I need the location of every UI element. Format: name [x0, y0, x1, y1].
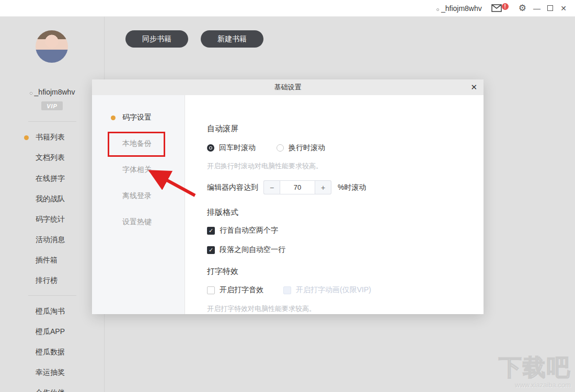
titlebar-user[interactable]: _hfiojm8whv [436, 4, 482, 13]
section-title-effects: 打字特效 [207, 267, 238, 276]
maximize-button[interactable] [547, 5, 553, 11]
threshold-suffix: %时滚动 [338, 183, 366, 192]
radio-scroll-on-enter[interactable] [207, 144, 214, 152]
dialog-header: 基础设置 ✕ [92, 79, 484, 95]
vip-badge: VIP [41, 101, 63, 110]
titlebar: _hfiojm8whv ! ⚙ — ✕ [0, 0, 575, 17]
sidebar-user: _hfiojm8whv [0, 88, 105, 96]
dialog-nav: 码字设置 本地备份 字体相关 离线登录 设置热键 [92, 95, 185, 314]
autoscroll-hint: 开启换行时滚动对电脑性能要求较高。 [207, 162, 323, 171]
sidebar-item-label: 书籍列表 [36, 133, 65, 142]
dialog-nav-hotkeys[interactable]: 设置热键 [111, 217, 152, 227]
format-check-blankline-row: ✓ 段落之间自动空一行 [207, 245, 285, 255]
mail-icon [491, 4, 502, 12]
checkbox-typing-animation[interactable] [283, 286, 291, 294]
sidebar-item-chenggua-app[interactable]: 橙瓜APP [24, 327, 65, 337]
dialog-nav-label: 设置热键 [122, 217, 152, 227]
active-dot-icon [24, 135, 29, 140]
threshold-label: 编辑器内容达到 [207, 183, 258, 192]
radio-scroll-on-newline[interactable] [277, 144, 284, 152]
sidebar-item-label: 排行榜 [36, 276, 58, 285]
section-title-autoscroll: 自动滚屏 [207, 124, 238, 134]
sidebar-username: _hfiojm8whv [34, 88, 75, 96]
sidebar-item-chenggua-data[interactable]: 橙瓜数据 [24, 347, 65, 358]
section-title-format: 排版格式 [207, 207, 238, 217]
sidebar-item-label: 我的战队 [36, 194, 65, 204]
dialog-body: 码字设置 本地备份 字体相关 离线登录 设置热键 自动滚屏 [92, 95, 484, 314]
sidebar-item-online-writing[interactable]: 在线拼字 [24, 174, 65, 184]
mail-badge: ! [502, 3, 509, 10]
checkbox-typing-sound[interactable] [207, 286, 215, 294]
sidebar-item-plugin-box[interactable]: 插件箱 [24, 255, 58, 266]
sidebar-item-label: 在线拼字 [36, 174, 65, 183]
avatar[interactable] [36, 30, 68, 63]
sidebar-item-chenggua-books[interactable]: 橙瓜淘书 [24, 306, 65, 317]
effects-check-row: 开启打字音效 开启打字动画(仅限VIP) [207, 285, 371, 295]
checkbox-auto-indent[interactable]: ✓ [207, 227, 215, 235]
close-button[interactable]: ✕ [559, 5, 568, 12]
stepper-plus-button[interactable]: + [315, 180, 331, 194]
active-dot-icon [111, 116, 116, 120]
sidebar-item-writing-stats[interactable]: 码字统计 [24, 214, 65, 225]
sync-books-button[interactable]: 同步书籍 [125, 30, 188, 48]
divider [28, 295, 76, 296]
sidebar-item-label: 文档列表 [36, 153, 65, 163]
mail-button[interactable]: ! [491, 4, 502, 12]
sidebar-item-label: 橙瓜淘书 [36, 307, 65, 316]
scroll-threshold-row: 编辑器内容达到 − + %时滚动 [207, 180, 366, 194]
sidebar-item-label: 橙瓜数据 [36, 348, 65, 357]
checkbox-label[interactable]: 段落之间自动空一行 [220, 245, 285, 255]
sidebar: _hfiojm8whv VIP 书籍列表 文档列表 在线拼字 我的战队 码字统计… [0, 17, 105, 392]
sidebar-item-label: 橙瓜APP [36, 327, 65, 337]
sidebar-item-label: 码字统计 [36, 215, 65, 224]
status-dot-icon [436, 8, 439, 11]
threshold-stepper: − + [263, 180, 331, 194]
autoscroll-radio-row: 回车时滚动 换行时滚动 [207, 143, 325, 153]
sidebar-item-label: 合作伙伴 [36, 388, 65, 392]
sidebar-item-partners[interactable]: 合作伙伴 [24, 388, 65, 392]
threshold-input[interactable] [280, 180, 315, 194]
effects-hint: 开启打字特效对电脑性能要求较高。 [207, 304, 316, 314]
minimize-button[interactable]: — [533, 5, 541, 12]
new-book-button[interactable]: 新建书籍 [201, 30, 263, 48]
sidebar-item-label: 插件箱 [36, 256, 58, 265]
watermark: 下载吧 www.xiazaiba.com [499, 352, 571, 389]
sidebar-item-label: 幸运抽奖 [36, 368, 65, 377]
titlebar-username: _hfiojm8whv [441, 4, 482, 13]
dialog-title: 基础设置 [274, 83, 302, 92]
sidebar-item-book-list[interactable]: 书籍列表 [24, 132, 65, 143]
sidebar-item-ranking[interactable]: 排行榜 [24, 275, 58, 286]
annotation-red-arrow-icon [142, 165, 202, 201]
sidebar-item-my-team[interactable]: 我的战队 [24, 194, 65, 204]
sidebar-item-activity-news[interactable]: 活动消息 [24, 235, 65, 245]
checkbox-label[interactable]: 开启打字音效 [220, 285, 263, 295]
divider [28, 121, 76, 122]
radio-label[interactable]: 换行时滚动 [289, 143, 325, 153]
dialog-nav-typing-settings[interactable]: 码字设置 [111, 112, 152, 123]
annotation-red-box [108, 132, 165, 157]
sidebar-item-lucky-draw[interactable]: 幸运抽奖 [24, 367, 65, 378]
watermark-logo: 下载吧 [499, 352, 571, 383]
sidebar-item-label: 活动消息 [36, 235, 65, 245]
sidebar-item-doc-list[interactable]: 文档列表 [24, 153, 65, 163]
dialog-close-icon[interactable]: ✕ [470, 79, 477, 95]
checkbox-label[interactable]: 行首自动空两个字 [220, 226, 278, 235]
dialog-nav-label: 码字设置 [122, 113, 152, 122]
format-check-indent-row: ✓ 行首自动空两个字 [207, 226, 278, 235]
radio-label[interactable]: 回车时滚动 [219, 143, 256, 153]
status-dot-icon [30, 92, 32, 95]
checkbox-label-disabled: 开启打字动画(仅限VIP) [296, 285, 371, 295]
stepper-minus-button[interactable]: − [263, 180, 280, 194]
dialog-content: 自动滚屏 回车时滚动 换行时滚动 开启换行时滚动对电脑性能要求较高。 编辑器内容… [185, 95, 484, 314]
gear-icon[interactable]: ⚙ [519, 4, 526, 13]
checkbox-blank-line[interactable]: ✓ [207, 246, 215, 254]
